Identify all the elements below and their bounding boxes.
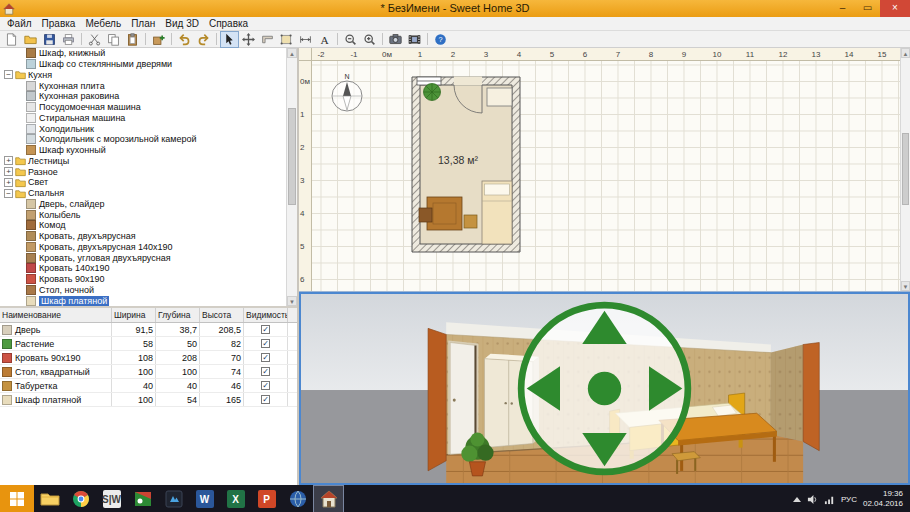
column-header-1[interactable]: Ширина <box>112 308 156 322</box>
plan-bed[interactable] <box>482 181 512 244</box>
toolbar-print-button[interactable] <box>59 31 78 48</box>
toolbar-add-furniture-button[interactable] <box>149 31 168 48</box>
taskbar-clock[interactable]: 19:36 02.04.2016 <box>863 489 903 509</box>
furniture-row[interactable]: Стол, квадратный10010074✓ <box>0 365 297 379</box>
menu-item-view3d[interactable]: Вид 3D <box>160 17 204 30</box>
catalog-item-shkaf-platyanoy[interactable]: Шкаф платяной <box>0 295 286 306</box>
catalog-item-dver-slider[interactable]: Дверь, слайдер <box>0 199 286 210</box>
catalog-item-stol-nochnoy[interactable]: Стол, ночной <box>0 285 286 296</box>
taskbar-media-app[interactable] <box>127 485 158 512</box>
catalog-item-shkaf-steklo[interactable]: Шкаф со стеклянными дверями <box>0 59 286 70</box>
visibility-checkbox[interactable]: ✓ <box>261 395 270 404</box>
furniture-row[interactable]: Табуретка404046✓ <box>0 379 297 393</box>
plan-compass[interactable]: N <box>332 73 362 111</box>
taskbar-powerpoint[interactable]: P <box>251 485 282 512</box>
view-3d[interactable] <box>299 292 910 485</box>
toolbar-video-button[interactable] <box>405 31 424 48</box>
plan-stool[interactable] <box>464 215 477 228</box>
catalog-category-kuhnya[interactable]: −Кухня <box>0 70 286 81</box>
navigation-arrows-icon[interactable] <box>301 294 908 483</box>
toolbar-pan-button[interactable] <box>239 31 258 48</box>
catalog-scrollbar-thumb[interactable] <box>288 108 296 205</box>
furniture-row[interactable]: Шкаф платяной10054165✓ <box>0 393 297 407</box>
menu-item-help[interactable]: Справка <box>204 17 253 30</box>
toolbar-create-rooms-button[interactable] <box>277 31 296 48</box>
catalog-item-krovat-140[interactable]: Кровать 140x190 <box>0 263 286 274</box>
plan-chair[interactable] <box>419 208 432 222</box>
toolbar-zoom-in-button[interactable] <box>360 31 379 48</box>
scroll-up-icon[interactable] <box>287 48 297 58</box>
toolbar-zoom-out-button[interactable] <box>341 31 360 48</box>
catalog-item-krovat-2yarus[interactable]: Кровать, двухъярусная <box>0 231 286 242</box>
visibility-checkbox[interactable]: ✓ <box>261 367 270 376</box>
toolbar-select-button[interactable] <box>220 31 239 48</box>
furniture-row[interactable]: Кровать 90x19010820870✓ <box>0 351 297 365</box>
taskbar-globe-app[interactable] <box>282 485 313 512</box>
visibility-checkbox[interactable]: ✓ <box>261 381 270 390</box>
toolbar-help-button[interactable]: ? <box>431 31 450 48</box>
network-icon[interactable] <box>824 494 835 505</box>
catalog-item-shkaf-kuhonny[interactable]: Шкаф кухонный <box>0 145 286 156</box>
plan-scrollbar-thumb[interactable] <box>902 133 909 205</box>
catalog-item-krovat-2yarus-140[interactable]: Кровать, двухъярусная 140x190 <box>0 242 286 253</box>
plan-scrollbar[interactable] <box>900 48 910 291</box>
toolbar-redo-button[interactable] <box>194 31 213 48</box>
furniture-row[interactable]: Дверь91,538,7208,5✓ <box>0 323 297 337</box>
furniture-row[interactable]: Растение585082✓ <box>0 337 297 351</box>
catalog-item-rakovina[interactable]: Кухонная раковина <box>0 91 286 102</box>
tree-collapse-handle[interactable]: − <box>4 70 13 79</box>
toolbar-copy-button[interactable] <box>104 31 123 48</box>
visibility-checkbox[interactable]: ✓ <box>261 353 270 362</box>
catalog-item-komod[interactable]: Комод <box>0 220 286 231</box>
tree-collapse-handle[interactable]: − <box>4 189 13 198</box>
catalog-item-posudomoika[interactable]: Посудомоечная машина <box>0 102 286 113</box>
scroll-down-icon[interactable] <box>287 296 297 306</box>
catalog-item-krovat-uglovaya[interactable]: Кровать, угловая двухъярусная <box>0 252 286 263</box>
plan-plant[interactable] <box>424 84 441 101</box>
taskbar-excel[interactable]: X <box>220 485 251 512</box>
toolbar-cut-button[interactable] <box>85 31 104 48</box>
volume-icon[interactable] <box>807 494 818 505</box>
column-header-3[interactable]: Высота <box>200 308 244 322</box>
toolbar-photo-button[interactable] <box>386 31 405 48</box>
maximize-button[interactable]: ▭ <box>855 0 880 17</box>
taskbar-start[interactable] <box>0 485 34 512</box>
language-indicator[interactable]: РУС <box>841 495 857 504</box>
toolbar-create-walls-button[interactable] <box>258 31 277 48</box>
taskbar-sweet-home-3d[interactable] <box>313 485 344 512</box>
toolbar-add-text-button[interactable]: A <box>315 31 334 48</box>
catalog-category-raznoe[interactable]: +Разное <box>0 166 286 177</box>
taskbar-dark-app[interactable] <box>158 485 189 512</box>
catalog-scrollbar[interactable] <box>286 48 297 306</box>
taskbar-chrome[interactable] <box>65 485 96 512</box>
toolbar-create-dimensions-button[interactable] <box>296 31 315 48</box>
visibility-checkbox[interactable]: ✓ <box>261 339 270 348</box>
catalog-item-holodilnik[interactable]: Холодильник <box>0 123 286 134</box>
taskbar-file-explorer[interactable] <box>34 485 65 512</box>
catalog-category-svet[interactable]: +Свет <box>0 177 286 188</box>
hidden-icons-arrow[interactable] <box>793 497 801 502</box>
tree-expand-handle[interactable]: + <box>4 167 13 176</box>
scroll-down-icon[interactable] <box>901 281 910 291</box>
catalog-item-kolybel[interactable]: Колыбель <box>0 209 286 220</box>
catalog-item-krovat-90[interactable]: Кровать 90x190 <box>0 274 286 285</box>
column-header-4[interactable]: Видимость <box>244 308 288 322</box>
menu-item-file[interactable]: Файл <box>2 17 37 30</box>
plan-canvas[interactable]: N <box>312 61 900 291</box>
catalog-category-spalnya[interactable]: −Спальня <box>0 188 286 199</box>
column-header-2[interactable]: Глубина <box>156 308 200 322</box>
minimize-button[interactable]: – <box>830 0 855 17</box>
catalog-item-plita[interactable]: Кухонная плита <box>0 80 286 91</box>
visibility-checkbox[interactable]: ✓ <box>261 325 270 334</box>
plan-wardrobe[interactable] <box>487 88 512 106</box>
toolbar-save-button[interactable] <box>40 31 59 48</box>
menu-item-furniture[interactable]: Мебель <box>80 17 126 30</box>
close-button[interactable]: × <box>880 0 910 17</box>
column-header-0[interactable]: Наименование <box>0 308 112 322</box>
menu-item-edit[interactable]: Правка <box>37 17 81 30</box>
toolbar-open-button[interactable] <box>21 31 40 48</box>
catalog-item-holodilnik-moroz[interactable]: Холодильник с морозильной камерой <box>0 134 286 145</box>
tree-expand-handle[interactable]: + <box>4 156 13 165</box>
catalog-category-lestnitsy[interactable]: +Лестницы <box>0 156 286 167</box>
toolbar-undo-button[interactable] <box>175 31 194 48</box>
